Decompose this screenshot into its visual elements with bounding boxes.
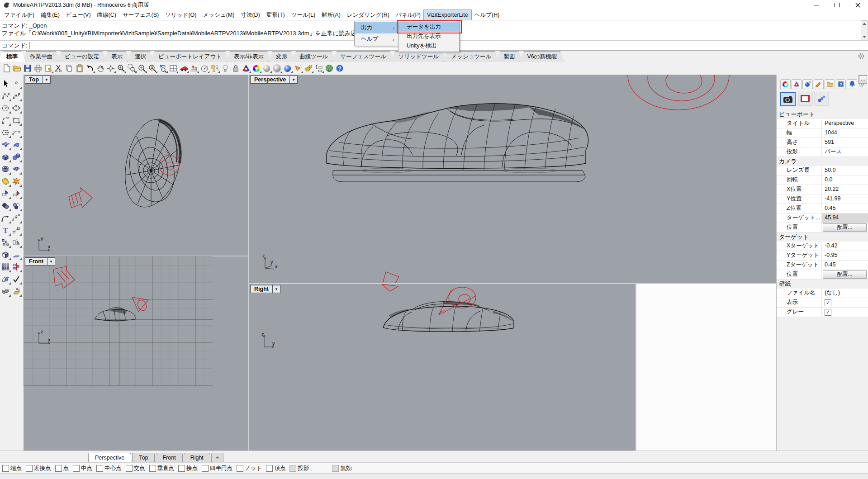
- menu-analyze[interactable]: 解析(A): [318, 10, 344, 20]
- osnap-point[interactable]: 点: [55, 465, 69, 472]
- menu-dimension[interactable]: 寸法(D): [237, 10, 263, 20]
- zoom-selected-button[interactable]: [137, 63, 147, 74]
- osnap-tangent-checkbox[interactable]: [178, 465, 185, 472]
- wallpaper-gray-checkbox[interactable]: ✓: [825, 309, 831, 316]
- tab-solid-tools[interactable]: ソリッドツール: [391, 51, 446, 62]
- camera-button[interactable]: [780, 92, 796, 106]
- title-value[interactable]: Perspective: [822, 119, 868, 128]
- viewport-tab-perspective[interactable]: Perspective: [88, 453, 131, 462]
- osnap-mid[interactable]: 中点: [73, 465, 92, 472]
- menu-view[interactable]: ビュー(V): [63, 10, 94, 20]
- maximize-button[interactable]: [826, 0, 847, 10]
- fillet-tool[interactable]: [0, 212, 11, 224]
- menu-item-detect-unity[interactable]: Unityを検出: [398, 41, 459, 51]
- menu-item-show-output[interactable]: 出力先を表示: [398, 32, 459, 41]
- text-tool[interactable]: T: [0, 224, 11, 236]
- radius-button[interactable]: [199, 63, 209, 74]
- lens-value[interactable]: 50.0: [822, 166, 868, 175]
- undo-view-button[interactable]: [157, 63, 168, 74]
- osnap-end-checkbox[interactable]: [2, 465, 9, 472]
- osnap-intersection[interactable]: 交点: [126, 465, 145, 472]
- zoom-window-button[interactable]: [126, 63, 137, 74]
- menu-help[interactable]: ヘルプ(H): [471, 10, 503, 20]
- target-dist-value[interactable]: 45.94: [822, 213, 868, 223]
- menu-item-export-data[interactable]: データを出力: [398, 22, 459, 32]
- osnap-disable-checkbox[interactable]: [332, 465, 339, 472]
- mesh-tool[interactable]: [11, 163, 22, 175]
- menu-surface[interactable]: サーフェス(S): [119, 10, 162, 20]
- osnap-vertex[interactable]: 頂点: [266, 465, 285, 472]
- control-surface-tool[interactable]: [0, 138, 11, 151]
- lock-button[interactable]: [230, 63, 241, 74]
- menu-mesh[interactable]: メッシュ(M): [200, 10, 238, 20]
- extrude-surface-tool[interactable]: [11, 248, 22, 261]
- osnap-quadrant[interactable]: 四半円点: [202, 465, 232, 472]
- boolean-union-tool[interactable]: [0, 175, 11, 187]
- copy-button[interactable]: [64, 63, 74, 74]
- shaded-view-button[interactable]: [241, 63, 251, 74]
- cylinder-tool[interactable]: [0, 163, 11, 175]
- osnap-project-checkbox[interactable]: [289, 465, 296, 472]
- render-button[interactable]: [282, 63, 293, 74]
- spray-button[interactable]: [293, 63, 303, 74]
- group-tool[interactable]: [0, 285, 11, 297]
- ytarget-value[interactable]: -0.95: [822, 251, 868, 260]
- move-button[interactable]: [178, 63, 189, 74]
- add-viewport-tab[interactable]: +: [211, 453, 223, 462]
- lamp-button[interactable]: [220, 63, 230, 74]
- trim-tool[interactable]: [0, 187, 11, 199]
- viewport-front[interactable]: Front ▼ zx: [24, 256, 248, 451]
- dimension-button[interactable]: [313, 63, 324, 74]
- viewport-top-dropdown[interactable]: ▼: [43, 76, 50, 83]
- menu-curve[interactable]: 曲線(C): [94, 10, 119, 20]
- viewport-tab-front[interactable]: Front: [156, 453, 182, 462]
- osnap-center-checkbox[interactable]: [96, 465, 103, 472]
- cut-button[interactable]: [53, 63, 64, 74]
- zoom-dynamic-button[interactable]: [116, 63, 126, 74]
- lights-button[interactable]: [815, 92, 829, 105]
- blend-curve-tool[interactable]: [11, 126, 22, 138]
- close-button[interactable]: [847, 0, 868, 10]
- height-value[interactable]: 591: [822, 138, 868, 147]
- help-button[interactable]: ?: [334, 63, 345, 74]
- ypos-value[interactable]: -41.99: [822, 194, 868, 204]
- tab-viewport-layout[interactable]: ビューポートレイアウト: [151, 51, 229, 62]
- tabbar-gear-icon[interactable]: [857, 52, 865, 60]
- selection-filter-button[interactable]: [209, 63, 220, 74]
- command-history-scrollbar[interactable]: [861, 20, 868, 40]
- wallpaper-show-checkbox[interactable]: ✓: [825, 299, 831, 306]
- projection-value[interactable]: パース: [822, 147, 868, 157]
- color-wheel-button[interactable]: [251, 63, 261, 74]
- osnap-center[interactable]: 中心点: [96, 465, 122, 472]
- xpos-value[interactable]: 20.22: [822, 185, 868, 194]
- tab-surface-tools[interactable]: サーフェスツール: [332, 51, 394, 62]
- menu-item-help[interactable]: ヘルプ›: [355, 33, 398, 45]
- notes-tab[interactable]: [814, 79, 824, 89]
- notifications-tab[interactable]: [847, 79, 857, 89]
- menu-solid[interactable]: ソリッド(O): [162, 10, 199, 20]
- viewport-layout-button[interactable]: [168, 63, 178, 74]
- osnap-project[interactable]: 投影: [289, 465, 309, 472]
- menu-render[interactable]: レンダリング(R): [344, 10, 393, 20]
- viewport-top[interactable]: Top ▼: [24, 75, 248, 256]
- menu-panels[interactable]: パネル(P): [393, 10, 424, 20]
- rebuild-tool[interactable]: [11, 212, 22, 224]
- viewport-perspective-dropdown[interactable]: ▼: [289, 76, 297, 83]
- osnap-vertex-checkbox[interactable]: [266, 465, 273, 472]
- options-gears-button[interactable]: [303, 63, 313, 74]
- orient-cplane-button[interactable]: [189, 63, 199, 74]
- tab-mesh-tools[interactable]: メッシュツール: [443, 51, 499, 62]
- menu-tools[interactable]: ツール(L): [288, 10, 318, 20]
- help-tab[interactable]: ?: [836, 79, 846, 89]
- undo-button[interactable]: [85, 63, 95, 74]
- tab-view-settings[interactable]: ビューの設定: [57, 51, 107, 62]
- tab-standard[interactable]: 標準: [0, 51, 25, 62]
- viewport-tab-right[interactable]: Right: [184, 453, 210, 462]
- viewport-perspective[interactable]: Perspective ▼ zyx: [249, 75, 776, 283]
- tab-drafting[interactable]: 製図: [496, 51, 522, 62]
- menu-edit[interactable]: 編集(E): [38, 10, 63, 20]
- minimize-button[interactable]: [806, 0, 826, 10]
- viewport-right[interactable]: Right ▼ zy: [249, 284, 636, 451]
- tab-transform[interactable]: 変形: [268, 51, 295, 62]
- wallpaper-file-value[interactable]: (なし): [822, 289, 868, 298]
